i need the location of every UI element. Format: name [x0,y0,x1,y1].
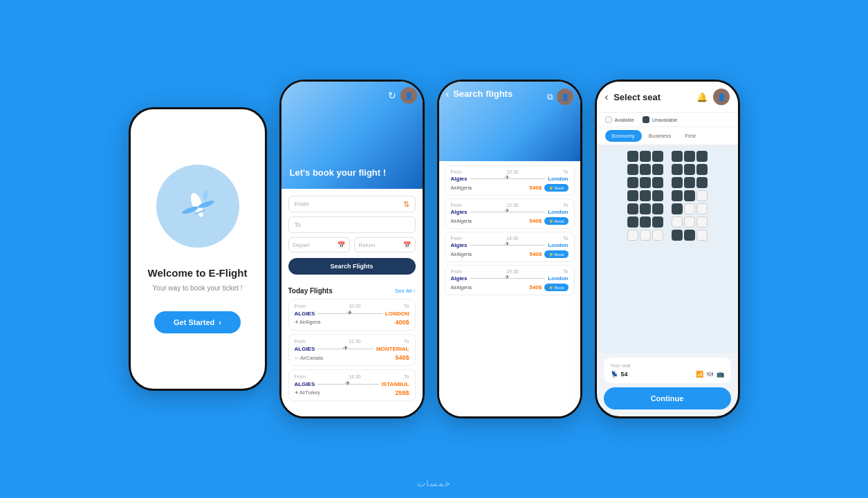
search-icons: ⧉ 👤 [547,89,573,105]
seat[interactable] [696,164,708,175]
airline-price-row-2: ↔ AirCanada 540$ [295,354,409,361]
hero-icons: ↻ 👤 [388,87,417,104]
available-label: Available [615,118,634,122]
phone-welcome: Welcome to E-Flight Your way to book you… [129,107,267,391]
seat[interactable] [640,177,651,188]
seat[interactable] [640,164,651,175]
seat[interactable] [696,203,708,214]
copy-icon[interactable]: ⧉ [547,92,553,102]
city-to-2: Monterial [376,346,409,352]
seat[interactable] [684,216,695,228]
seat[interactable] [652,164,663,175]
seat[interactable] [672,164,683,175]
seat[interactable] [627,177,638,188]
flights-header: Today Flights See All › [288,287,416,295]
notification-icon[interactable]: 🔔 [696,92,708,102]
hero-title: Let's book your flight ! [290,167,414,178]
seat[interactable] [652,216,663,228]
seat[interactable] [684,190,695,201]
seat[interactable] [627,216,638,228]
seat[interactable] [627,203,638,214]
seat[interactable] [672,230,683,241]
book-button-3[interactable]: ⚡ Book [544,250,568,258]
tab-economy[interactable]: Economy [605,130,642,142]
seat[interactable] [640,216,651,228]
seat[interactable] [652,203,663,214]
unavailable-dot [643,116,649,123]
date-row: Depart 📅 Return 📅 [288,237,416,252]
seat-number: 54 [621,371,628,378]
seat[interactable] [672,151,683,162]
back-button[interactable]: ‹ [446,89,450,100]
airline-name: ✈ AirAlgeria [295,320,321,325]
seat[interactable] [640,203,651,214]
book-button-2[interactable]: ⚡ Book [544,217,568,225]
seat[interactable] [696,151,708,162]
to-field[interactable]: To [288,216,416,233]
tab-first[interactable]: First [678,130,703,142]
seat[interactable] [672,203,683,214]
seat-icon: 💺 [611,371,618,378]
available-legend: Available [605,116,634,123]
seat[interactable] [684,230,695,241]
book-button-4[interactable]: ⚡ Book [544,284,568,291]
user-avatar-4[interactable]: 👤 [713,89,730,105]
seat[interactable] [696,177,708,188]
today-flights-section: Today Flights See All › From 10:30 To AL… [281,282,423,416]
get-started-button[interactable]: Get Started › [154,311,241,333]
return-field[interactable]: Return 📅 [354,237,416,252]
book-button-1[interactable]: ⚡ Book [544,184,568,192]
seat[interactable] [684,203,695,214]
from-field[interactable]: From ⇅ [288,196,416,212]
search-hero: ‹ Search flights ⧉ 👤 [439,82,580,161]
search-form: From ⇅ To Depart 📅 Return 📅 Search Fligh… [281,189,423,282]
search-flight-4: From 19:30 To Algies London AirAlgeria 5… [445,265,575,295]
refresh-icon[interactable]: ↻ [388,90,396,101]
today-flights-title: Today Flights [288,287,333,295]
seat-row-6 [604,216,731,228]
seat[interactable] [696,190,708,201]
seat-header: ‹ Select seat 🔔 👤 [597,82,738,113]
user-avatar[interactable]: 👤 [400,87,417,104]
city-from: ALGIES [295,311,315,317]
seat[interactable] [652,151,663,162]
calendar-icon: 📅 [338,241,345,248]
seat[interactable] [684,177,695,188]
seat[interactable] [627,190,638,201]
search-flights-button[interactable]: Search Flights [288,258,416,275]
seat-back-button[interactable]: ‹ [605,91,609,102]
route-row: From 10:30 To [295,304,409,308]
seat[interactable] [652,190,663,201]
phones-container: Welcome to E-Flight Your way to book you… [115,66,754,432]
city-from-3: ALGIES [295,381,315,387]
seat[interactable] [627,151,638,162]
seat[interactable] [652,177,663,188]
seat-legend: Available Unavailable [597,113,738,127]
unavailable-legend: Unavailable [643,116,678,123]
seat[interactable] [672,177,683,188]
seat[interactable] [640,190,651,201]
flight-line-3 [317,384,378,385]
seat[interactable] [672,216,683,228]
depart-field[interactable]: Depart 📅 [288,237,350,252]
calendar-icon-2: 📅 [403,241,411,248]
seat[interactable] [640,151,651,162]
seat[interactable] [640,230,651,241]
seat[interactable] [696,230,708,241]
seat[interactable] [684,164,695,175]
cities-row-2: ALGIES Monterial [295,346,409,352]
seat[interactable] [696,216,708,228]
phone-search-flights: ‹ Search flights ⧉ 👤 From 10:30 To Algie… [437,80,582,418]
seat[interactable] [672,190,683,201]
user-avatar-3[interactable]: 👤 [557,89,573,105]
seat[interactable] [627,230,638,241]
seat[interactable] [684,151,695,162]
airline-price-row: ✈ AirAlgeria 400$ [295,319,409,326]
seat[interactable] [627,164,638,175]
seat[interactable] [652,230,663,241]
tab-business[interactable]: Business [642,130,678,142]
continue-button[interactable]: Continue [604,387,731,409]
see-all-link[interactable]: See All › [395,288,416,294]
route-row-3: From 14:30 To [295,374,409,379]
cities-row-3: ALGIES ISTANBUL [295,381,409,387]
